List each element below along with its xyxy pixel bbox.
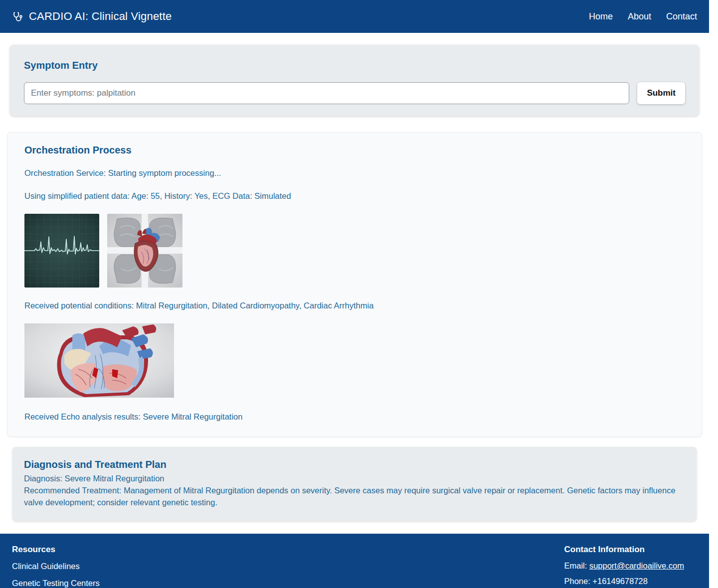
diagnosis-card: Diagnosis and Treatment Plan Diagnosis: …	[12, 447, 697, 521]
ecg-waveform-image	[24, 214, 99, 288]
orchestration-line: Orchestration Service: Starting symptom …	[24, 168, 685, 178]
nav-about[interactable]: About	[628, 11, 651, 22]
symptom-entry-heading: Symptom Entry	[24, 60, 685, 71]
symptom-entry-card: Symptom Entry Submit	[10, 45, 699, 116]
link-clinical-guidelines[interactable]: Clinical Guidelines	[12, 562, 100, 571]
app-brand: CARDIO AI: Clinical Vignette	[12, 10, 172, 23]
link-genetic-testing-centers[interactable]: Genetic Testing Centers	[12, 579, 100, 588]
diagnosis-line: Diagnosis: Severe Mitral Regurgitation	[24, 472, 685, 484]
resources-heading: Resources	[12, 545, 100, 555]
email-link[interactable]: support@cardioailive.com	[589, 561, 684, 570]
diagnosis-heading: Diagnosis and Treatment Plan	[24, 459, 685, 470]
page: CARDIO AI: Clinical Vignette Home About …	[0, 0, 709, 588]
nav-contact[interactable]: Contact	[666, 11, 697, 22]
contact-heading: Contact Information	[564, 545, 684, 555]
submit-button[interactable]: Submit	[637, 82, 685, 104]
heart-anatomy-image	[24, 323, 174, 398]
footer: Resources Clinical Guidelines Genetic Te…	[0, 534, 709, 588]
heart-ct-scan-image	[107, 214, 182, 288]
treatment-line: Recommended Treatment: Management of Mit…	[24, 484, 685, 508]
contact-email-line: Email: support@cardioailive.com	[564, 560, 684, 572]
orchestration-card: Orchestration Process Orchestration Serv…	[7, 132, 702, 437]
orchestration-line: Received potential conditions: Mitral Re…	[24, 300, 685, 310]
top-nav: Home About Contact	[589, 11, 697, 22]
orchestration-heading: Orchestration Process	[24, 145, 685, 156]
orchestration-line: Received Echo analysis results: Severe M…	[24, 412, 685, 422]
orchestration-line: Using simplified patient data: Age: 55, …	[24, 191, 685, 201]
footer-resources: Resources Clinical Guidelines Genetic Te…	[12, 545, 100, 588]
symptom-entry-row: Submit	[24, 82, 685, 104]
footer-contact: Contact Information Email: support@cardi…	[564, 545, 684, 588]
app-title: CARDIO AI: Clinical Vignette	[29, 10, 172, 23]
nav-home[interactable]: Home	[589, 11, 613, 22]
orchestration-image-row	[24, 214, 685, 288]
contact-phone-line: Phone: +16149678728	[564, 575, 684, 587]
stethoscope-icon	[12, 11, 23, 22]
email-label: Email:	[564, 561, 589, 570]
header-bar: CARDIO AI: Clinical Vignette Home About …	[0, 0, 709, 33]
symptom-input[interactable]	[24, 82, 629, 104]
